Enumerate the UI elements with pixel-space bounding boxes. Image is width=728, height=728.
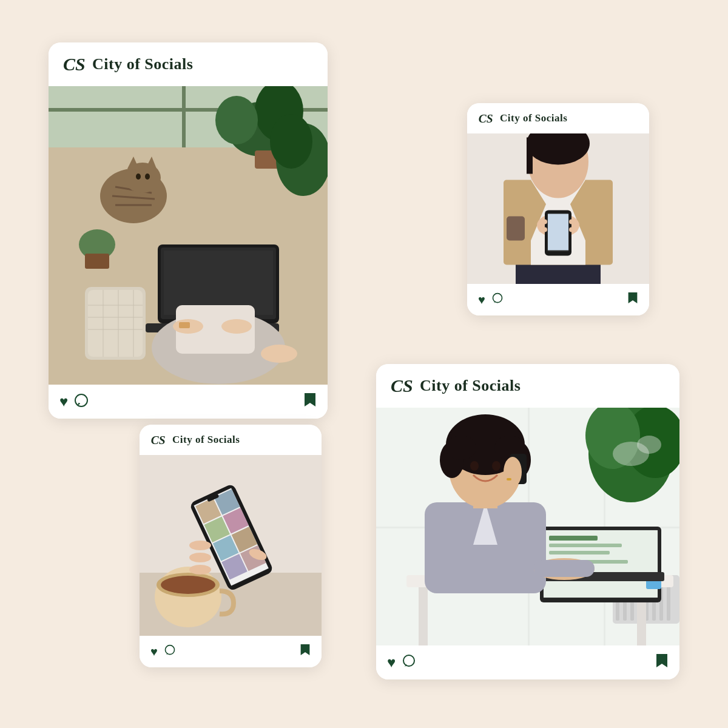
svg-point-63 [493, 293, 502, 302]
scene-woman-laptop-svg [376, 408, 679, 645]
svg-rect-6 [182, 86, 186, 147]
svg-point-31 [261, 345, 297, 363]
svg-point-12 [270, 114, 312, 169]
svg-rect-114 [549, 544, 622, 547]
svg-point-97 [637, 436, 661, 454]
heart-icon-2[interactable]: ♥ [478, 293, 485, 307]
cs-logo-icon-4: CS [389, 374, 414, 398]
svg-rect-57 [569, 220, 578, 224]
heart-icon-3[interactable]: ♥ [150, 645, 158, 659]
svg-rect-61 [527, 138, 533, 174]
brand-name-3: City of Socials [172, 434, 240, 446]
card-header-2: CS City of Socials [467, 103, 649, 133]
svg-point-134 [492, 461, 500, 471]
bookmark-icon-2[interactable] [627, 291, 638, 308]
svg-rect-33 [88, 290, 143, 357]
card-header-3: CS City of Socials [140, 425, 322, 455]
bookmark-icon-4[interactable] [655, 653, 669, 672]
card-footer-2: ♥ [467, 284, 649, 315]
svg-rect-41 [85, 254, 109, 269]
svg-point-84 [189, 565, 211, 575]
svg-point-140 [403, 655, 414, 666]
card-footer-4: ♥ [376, 645, 679, 679]
bookmark-icon-3[interactable] [300, 643, 311, 660]
card-woman-laptop: CS City of Socials [376, 364, 679, 679]
footer-actions-4: ♥ [387, 654, 416, 672]
svg-point-136 [504, 457, 522, 487]
card-laptop-cat: CS City of Socials [49, 42, 328, 419]
footer-actions-3: ♥ [150, 644, 176, 659]
card-header-1: CS City of Socials [49, 42, 328, 86]
svg-point-69 [161, 576, 215, 594]
comment-icon-1[interactable] [74, 393, 89, 411]
svg-rect-115 [549, 551, 610, 554]
svg-text:CS: CS [391, 376, 413, 396]
svg-point-83 [189, 553, 211, 562]
comment-icon-4[interactable] [402, 654, 416, 672]
cs-logo-icon-3: CS [150, 432, 166, 448]
svg-point-42 [75, 394, 87, 406]
brand-name-2: City of Socials [500, 112, 567, 124]
svg-rect-54 [548, 214, 568, 251]
svg-rect-30 [179, 322, 190, 328]
svg-point-21 [145, 174, 150, 180]
svg-rect-62 [507, 217, 525, 241]
svg-point-86 [165, 645, 174, 654]
svg-point-29 [221, 319, 252, 334]
card-image-1 [49, 86, 328, 385]
card-phone-woman: CS City of Socials [467, 103, 649, 315]
svg-text:CS: CS [479, 112, 493, 125]
card-image-2 [467, 133, 649, 284]
svg-rect-113 [549, 536, 598, 541]
svg-text:CS: CS [63, 54, 86, 74]
brand-name-1: City of Socials [92, 55, 193, 73]
cs-logo-icon-1: CS [62, 52, 86, 76]
cs-logo-icon-2: CS [478, 110, 494, 126]
footer-actions-1: ♥ [59, 393, 89, 411]
svg-rect-137 [507, 478, 511, 480]
brand-name-4: City of Socials [420, 377, 521, 395]
svg-rect-58 [569, 228, 578, 232]
svg-rect-55 [539, 220, 547, 224]
scene-phone-woman-svg [467, 133, 649, 284]
card-header-4: CS City of Socials [376, 364, 679, 408]
svg-rect-108 [419, 587, 428, 645]
svg-point-9 [215, 96, 258, 144]
card-phone-social: CS City of Socials [140, 425, 322, 667]
card-image-4 [376, 408, 679, 645]
svg-text:CS: CS [151, 434, 166, 447]
svg-point-133 [470, 461, 479, 471]
card-footer-1: ♥ [49, 385, 328, 419]
footer-actions-2: ♥ [478, 292, 504, 308]
svg-point-82 [189, 541, 211, 550]
svg-point-131 [446, 436, 476, 460]
card-image-3 [140, 455, 322, 636]
card-footer-3: ♥ [140, 636, 322, 667]
comment-icon-2[interactable] [491, 292, 504, 308]
svg-rect-139 [534, 560, 595, 577]
heart-icon-1[interactable]: ♥ [59, 394, 68, 410]
canvas: CS City of Socials [30, 30, 698, 698]
scene-laptop-cat-svg [49, 86, 328, 385]
svg-point-20 [136, 174, 141, 180]
heart-icon-4[interactable]: ♥ [387, 655, 396, 671]
scene-phone-social-svg [140, 455, 322, 636]
svg-rect-56 [539, 228, 547, 232]
comment-icon-3[interactable] [164, 644, 176, 659]
bookmark-icon-1[interactable] [303, 392, 317, 411]
